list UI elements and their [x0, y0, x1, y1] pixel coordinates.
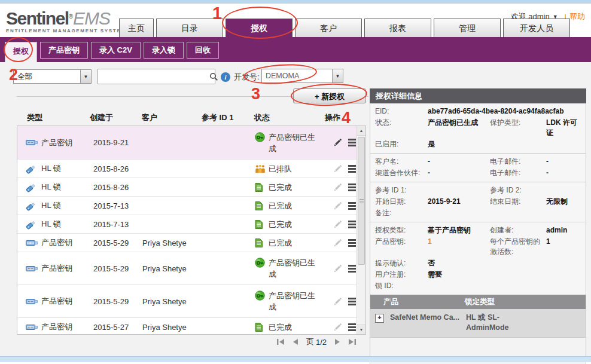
developer-id-dropdown[interactable]: DEMOMA ▼ — [261, 69, 343, 83]
nav-tab-4[interactable]: 客户 — [295, 19, 362, 37]
actions-menu-icon[interactable] — [348, 183, 356, 191]
first-page-icon[interactable] — [276, 338, 285, 345]
type-icon — [26, 163, 38, 174]
nav-tab-3[interactable]: 授权 — [226, 19, 293, 37]
detail-label: 参考 ID 2: — [490, 185, 546, 195]
column-header-lock-type: 锁定类型 — [465, 295, 586, 309]
status-label: 已完成 — [269, 322, 319, 333]
detail-value — [546, 270, 581, 280]
status-icon — [255, 132, 266, 142]
scroll-down-icon[interactable]: ▼ — [357, 325, 365, 334]
actions-menu-icon[interactable] — [348, 265, 356, 273]
edit-icon[interactable] — [334, 139, 342, 146]
status-cell: 已排队 — [255, 163, 320, 175]
actions-menu-icon[interactable] — [348, 165, 356, 173]
subnav-tab-5[interactable]: 回收 — [187, 42, 219, 59]
type-filter-dropdown[interactable]: 全部 ▼ — [13, 69, 92, 84]
created-date: 2015-7-13 — [93, 220, 142, 229]
edit-icon[interactable] — [334, 165, 342, 173]
detail-value — [546, 258, 581, 268]
table-row-2[interactable]: HL 锁 2015-8-26 — [17, 160, 357, 178]
status-cell: 产品密钥已生成 — [255, 290, 320, 313]
subnav-tab-4[interactable]: 录入锁 — [144, 42, 184, 59]
edit-icon[interactable] — [334, 323, 342, 331]
new-entitlement-button[interactable]: + 新授权 — [293, 88, 366, 103]
status-cell: 已完成 — [255, 200, 320, 212]
type-label: HL 锁 — [41, 163, 61, 174]
status-cell: 已完成 — [255, 237, 320, 249]
detail-value — [428, 281, 490, 291]
nav-tab-1[interactable]: 主页 — [119, 19, 154, 37]
next-page-icon[interactable] — [334, 338, 340, 345]
type-filter-value: 全部 — [14, 70, 80, 83]
nav-tab-2[interactable]: 目录 — [156, 19, 223, 37]
type-icon — [26, 322, 38, 332]
product-lock-type: HL 或 SL-AdminMode — [466, 313, 533, 333]
edit-icon[interactable] — [334, 183, 342, 191]
edit-icon[interactable] — [334, 239, 342, 247]
last-page-icon[interactable] — [348, 338, 357, 345]
table-row-1[interactable]: 产品密钥 2015-9-21 — [17, 126, 357, 160]
table-row-8[interactable]: 产品密钥 2015-5-29 Priya Shetye — [17, 285, 357, 318]
detail-value: 基于产品密钥 — [428, 225, 490, 235]
expand-icon[interactable]: + — [375, 314, 384, 323]
status-cell: 产品密钥已生成 — [255, 257, 320, 280]
type-cell: 产品密钥 — [17, 296, 93, 307]
logo-suffix: EMS — [73, 8, 110, 28]
status-icon — [255, 238, 266, 248]
search-icon[interactable] — [209, 72, 218, 81]
table-row-5[interactable]: HL 锁 2015-7-13 — [17, 215, 357, 234]
table-row-6[interactable]: 产品密钥 2015-5-29 Priya Shetye — [17, 234, 357, 252]
nav-tab-7[interactable]: 开发人员 — [503, 19, 570, 37]
grid-scrollbar[interactable]: ▲ ▼ — [357, 126, 365, 334]
chevron-down-icon[interactable]: ▼ — [80, 70, 91, 83]
actions-cell — [320, 221, 357, 228]
developer-id-value: DEMOMA — [262, 69, 332, 82]
detail-label: 创建者: — [490, 225, 546, 235]
type-label: 产品密钥 — [41, 322, 72, 332]
info-icon[interactable]: i — [221, 72, 230, 82]
chevron-down-icon[interactable]: ▼ — [332, 69, 343, 82]
scroll-up-icon[interactable]: ▲ — [357, 126, 365, 136]
status-cell: 已完成 — [255, 322, 320, 333]
actions-menu-icon[interactable] — [348, 221, 356, 228]
created-date: 2015-5-27 — [93, 323, 142, 332]
registered-mark: ® — [69, 13, 73, 20]
table-row-7[interactable]: 产品密钥 2015-5-29 Priya Shetye — [17, 252, 357, 285]
product-row[interactable]: + SafeNet Memo Ca... HL 或 SL-AdminMode — [370, 309, 586, 338]
detail-label: 电子邮件: — [490, 168, 546, 178]
column-header: 创建于 — [90, 112, 142, 123]
details-fields: EID:abe77ad6-65da-4bea-8204-ac94fa8acfab… — [370, 103, 586, 295]
actions-menu-icon[interactable] — [348, 139, 356, 146]
subnav-tab-1[interactable]: 授权 — [5, 42, 37, 62]
detail-label: 备注: — [375, 208, 428, 218]
table-row-4[interactable]: HL 锁 2015-7-13 — [17, 197, 357, 215]
nav-tabs: 主页目录授权客户报表管理开发人员 — [119, 19, 570, 37]
status-icon — [255, 219, 266, 230]
actions-menu-icon[interactable] — [348, 202, 356, 210]
edit-icon[interactable] — [334, 298, 342, 305]
edit-icon[interactable] — [334, 202, 342, 210]
actions-menu-icon[interactable] — [348, 298, 356, 305]
table-row-3[interactable]: HL 锁 2015-8-26 — [17, 178, 357, 197]
nav-tab-6[interactable]: 管理 — [434, 19, 501, 37]
detail-value[interactable]: 1 — [428, 237, 490, 257]
actions-menu-icon[interactable] — [348, 323, 356, 331]
edit-icon[interactable] — [334, 265, 342, 273]
detail-label: 授权类型: — [375, 225, 428, 235]
previous-page-icon[interactable] — [293, 338, 298, 345]
actions-cell — [320, 298, 357, 305]
entitlement-details-panel: 授权详细信息 EID:abe77ad6-65da-4bea-8204-ac94f… — [370, 88, 586, 364]
subnav-tab-3[interactable]: 录入 C2V — [91, 42, 141, 59]
table-row-9[interactable]: 产品密钥 2015-5-27 Priya Shetye — [17, 318, 357, 335]
actions-menu-icon[interactable] — [348, 239, 356, 247]
help-link[interactable]: 帮助 — [569, 11, 585, 22]
nav-tab-5[interactable]: 报表 — [364, 19, 431, 37]
edit-icon[interactable] — [334, 221, 342, 228]
subnav-tab-2[interactable]: 产品密钥 — [40, 42, 88, 59]
actions-cell — [320, 202, 357, 210]
detail-label — [490, 139, 546, 149]
column-header: 客户 — [142, 112, 202, 123]
scrollbar-thumb[interactable] — [358, 137, 365, 265]
search-input[interactable] — [98, 72, 209, 81]
